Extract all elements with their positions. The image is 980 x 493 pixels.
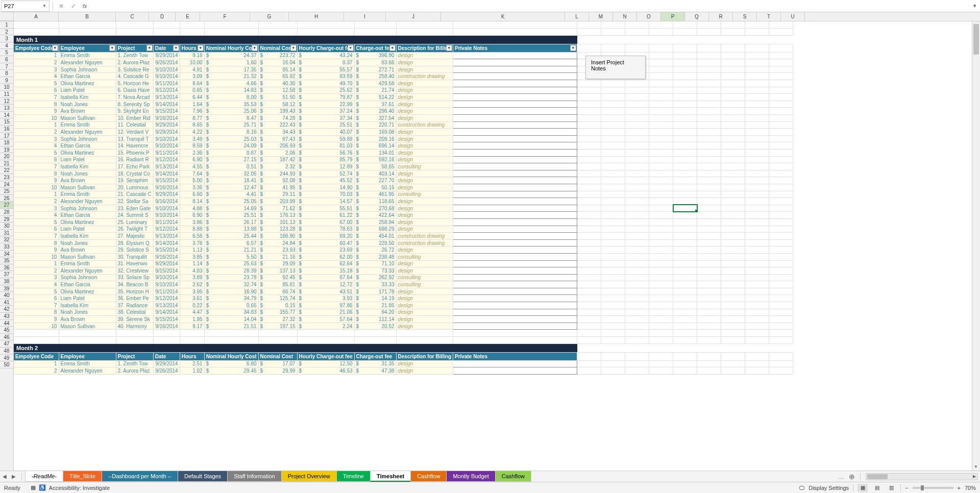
cell[interactable]	[721, 343, 745, 352]
table-cell[interactable]: 1.13	[180, 246, 204, 254]
cell-G45[interactable]	[258, 330, 297, 337]
table-cell[interactable]: $118.65	[354, 198, 396, 205]
column-header-H[interactable]: H	[289, 12, 344, 21]
accept-formula-button[interactable]: ✓	[67, 1, 80, 12]
row-header-38[interactable]: 38	[0, 278, 13, 285]
cell-T16[interactable]	[769, 129, 793, 136]
table-cell[interactable]: $66.74	[258, 288, 297, 295]
table-cell[interactable]: 4	[14, 281, 59, 288]
cell-N15[interactable]	[625, 121, 649, 129]
cell-N26[interactable]	[625, 198, 649, 205]
cell-L16[interactable]	[577, 129, 601, 136]
table-cell[interactable]: $25.44	[204, 233, 258, 240]
table-cell[interactable]: 9/29/2014	[153, 129, 180, 136]
table-cell[interactable]: 30. Tranquilit	[116, 253, 153, 260]
private-notes-cell[interactable]	[453, 135, 577, 142]
table-cell[interactable]: design	[396, 80, 453, 87]
row-header-45[interactable]: 45	[0, 327, 13, 334]
cell[interactable]	[625, 35, 649, 44]
column-header-D[interactable]: D	[149, 12, 176, 21]
cell-M35[interactable]	[601, 260, 625, 267]
cell-M2[interactable]	[601, 29, 625, 36]
table-cell[interactable]: Emma Smith	[59, 52, 116, 59]
cell[interactable]	[625, 44, 649, 52]
table-cell[interactable]: 6.60	[180, 191, 204, 198]
table-cell[interactable]: 9/16/2014	[153, 184, 180, 191]
row-header-22[interactable]: 22	[0, 167, 13, 174]
table-cell[interactable]: 8.64	[180, 80, 204, 87]
cell-L28[interactable]	[577, 212, 601, 219]
table-cell[interactable]: $238.48	[354, 253, 396, 260]
cell[interactable]	[577, 352, 601, 360]
sheet-tab-project-overview[interactable]: Project Overview	[281, 471, 337, 482]
cell-R1[interactable]	[721, 21, 745, 29]
horizontal-scrollbar[interactable]: ◀ ▶	[866, 473, 978, 480]
table-cell[interactable]: $17.35	[204, 66, 258, 73]
table-cell[interactable]: 1.14	[180, 260, 204, 267]
table-cell[interactable]: $2.32	[258, 163, 297, 170]
row-header-43[interactable]: 43	[0, 313, 13, 320]
table-cell[interactable]: $2.06	[258, 150, 297, 157]
table-cell[interactable]: 9/13/2014	[153, 163, 180, 170]
cell-O40[interactable]	[649, 295, 673, 302]
row-header-24[interactable]: 24	[0, 181, 13, 188]
accessibility-status[interactable]: Accessibility: Investigate	[49, 485, 110, 491]
table-cell[interactable]: $592.16	[354, 156, 396, 163]
cell-Q19[interactable]	[697, 150, 721, 157]
cell-O45[interactable]	[649, 330, 673, 337]
cell-O31[interactable]	[649, 233, 673, 240]
table-cell[interactable]: 10	[14, 115, 59, 122]
cell-N23[interactable]	[625, 177, 649, 184]
cell-B46[interactable]	[59, 337, 116, 344]
table-cell[interactable]: $3.93	[297, 295, 354, 302]
cell-B45[interactable]	[59, 330, 116, 337]
table-cell[interactable]: 4.55	[180, 163, 204, 170]
cell-C45[interactable]	[116, 330, 153, 337]
table-cell[interactable]: 3.36	[180, 184, 204, 191]
table-cell[interactable]: 9/15/2014	[153, 246, 180, 254]
cell-L38[interactable]	[577, 281, 601, 288]
cell-L9[interactable]	[577, 80, 601, 87]
table-cell[interactable]: $25.03	[204, 135, 258, 142]
cell-O30[interactable]	[649, 226, 673, 233]
formula-input[interactable]	[90, 1, 970, 12]
table-cell[interactable]: $8.16	[204, 129, 258, 136]
month-title[interactable]: Month 2	[14, 343, 577, 352]
table-cell[interactable]: design	[396, 360, 453, 367]
cell-N12[interactable]	[625, 101, 649, 108]
table-cell[interactable]: consulting	[396, 191, 453, 198]
cell-L32[interactable]	[577, 239, 601, 246]
cell-L11[interactable]	[577, 94, 601, 101]
cell-R6[interactable]	[721, 59, 745, 66]
cell-D1[interactable]	[153, 21, 180, 29]
table-cell[interactable]: 3.78	[180, 239, 204, 246]
table-cell[interactable]: 6	[14, 295, 59, 302]
cell-O50[interactable]	[649, 367, 673, 375]
row-header-25[interactable]: 25	[0, 188, 13, 195]
table-cell[interactable]: $206.93	[258, 142, 297, 150]
table-cell[interactable]: 9/26/2014	[153, 367, 180, 375]
table-cell[interactable]: 16. Radiant R	[116, 156, 153, 163]
cell-O23[interactable]	[649, 177, 673, 184]
table-cell[interactable]: 7	[14, 302, 59, 309]
cell-O7[interactable]	[649, 66, 673, 73]
table-cell[interactable]: 8	[14, 101, 59, 108]
table-cell[interactable]: design	[396, 288, 453, 295]
cell-O11[interactable]	[649, 94, 673, 101]
table-cell[interactable]: 4.47	[180, 309, 204, 316]
table-cell[interactable]: $97.86	[297, 302, 354, 309]
table-cell[interactable]: Olivia Martinez	[59, 288, 116, 295]
row-header-36[interactable]: 36	[0, 264, 13, 272]
table-header[interactable]: Nominal Hourly Cost▾	[204, 44, 258, 52]
table-cell[interactable]: $50.15	[354, 184, 396, 191]
table-cell[interactable]: $8.37	[297, 59, 354, 66]
table-cell[interactable]: $62.00	[297, 253, 354, 260]
cell-T29[interactable]	[769, 218, 793, 226]
table-cell[interactable]: 35. Horizon H	[116, 288, 153, 295]
row-header-49[interactable]: 49	[0, 355, 13, 362]
row-header-46[interactable]: 46	[0, 334, 13, 341]
table-cell[interactable]: 2.51	[180, 360, 204, 367]
table-cell[interactable]: 25. Luminary	[116, 218, 153, 226]
cell-O38[interactable]	[649, 281, 673, 288]
cell-R49[interactable]	[721, 360, 745, 367]
